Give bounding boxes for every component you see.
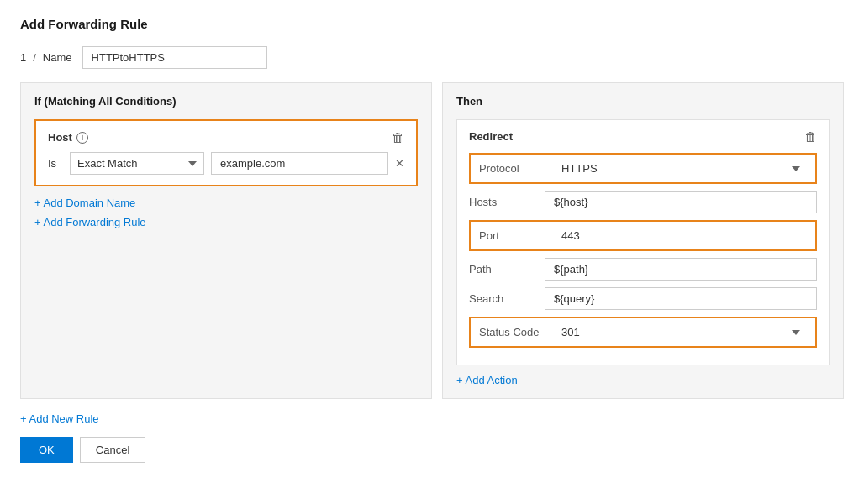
name-label: Name xyxy=(43,51,72,64)
action-buttons: OK Cancel xyxy=(20,437,844,463)
match-type-select[interactable]: Exact Match Starts With Contains Ends Wi… xyxy=(70,152,204,175)
clear-icon[interactable]: ✕ xyxy=(395,157,404,170)
path-input[interactable] xyxy=(545,258,817,281)
port-input[interactable] xyxy=(555,227,807,244)
protocol-label: Protocol xyxy=(479,162,546,175)
is-label: Is xyxy=(48,157,63,170)
condition-delete-icon[interactable]: 🗑 xyxy=(392,131,404,144)
cancel-button[interactable]: Cancel xyxy=(80,437,145,463)
search-label: Search xyxy=(469,292,536,305)
condition-label: Host i xyxy=(48,131,88,144)
bottom-bar: + Add New Rule OK Cancel xyxy=(20,412,844,463)
port-label: Port xyxy=(479,229,546,242)
hosts-row: Hosts xyxy=(469,191,817,213)
status-code-row: Status Code 301 302 xyxy=(469,317,817,348)
protocol-select[interactable]: HTTPS HTTP xyxy=(555,160,807,177)
redirect-block: Redirect 🗑 Protocol HTTPS HTTP Hosts Por… xyxy=(456,119,830,365)
path-label: Path xyxy=(469,263,536,276)
add-action-link[interactable]: + Add Action xyxy=(456,374,830,386)
rule-number: 1 xyxy=(20,51,26,64)
rule-name-input[interactable] xyxy=(82,46,267,69)
rule-slash: / xyxy=(33,51,36,64)
info-icon[interactable]: i xyxy=(76,132,88,144)
search-input[interactable] xyxy=(545,287,817,310)
port-row: Port xyxy=(469,220,817,251)
redirect-header: Redirect 🗑 xyxy=(469,130,817,143)
status-code-select[interactable]: 301 302 xyxy=(555,323,807,341)
add-domain-link[interactable]: + Add Domain Name xyxy=(34,197,418,209)
condition-block: Host i 🗑 Is Exact Match Starts With Cont… xyxy=(34,119,418,186)
ok-button[interactable]: OK xyxy=(20,437,73,463)
host-value-input[interactable] xyxy=(211,152,388,175)
redirect-delete-icon[interactable]: 🗑 xyxy=(804,130,817,143)
search-row: Search xyxy=(469,287,817,310)
status-code-label: Status Code xyxy=(479,326,546,339)
hosts-input[interactable] xyxy=(545,191,817,213)
right-panel-header: Then xyxy=(456,95,830,108)
left-panel: If (Matching All Conditions) Host i 🗑 Is… xyxy=(20,82,432,399)
protocol-row: Protocol HTTPS HTTP xyxy=(469,153,817,184)
left-panel-header: If (Matching All Conditions) xyxy=(34,95,418,108)
add-forwarding-rule-link[interactable]: + Add Forwarding Rule xyxy=(34,216,418,228)
host-label: Host xyxy=(48,131,72,144)
add-new-rule-link[interactable]: + Add New Rule xyxy=(20,412,99,425)
condition-header: Host i 🗑 xyxy=(48,131,404,144)
right-panel: Then Redirect 🗑 Protocol HTTPS HTTP Host… xyxy=(442,82,844,399)
page-title: Add Forwarding Rule xyxy=(20,17,844,31)
panels: If (Matching All Conditions) Host i 🗑 Is… xyxy=(20,82,844,399)
condition-row: Is Exact Match Starts With Contains Ends… xyxy=(48,152,404,175)
path-row: Path xyxy=(469,258,817,281)
redirect-label: Redirect xyxy=(469,130,513,143)
hosts-label: Hosts xyxy=(469,196,536,208)
rule-name-row: 1 / Name xyxy=(20,46,844,69)
